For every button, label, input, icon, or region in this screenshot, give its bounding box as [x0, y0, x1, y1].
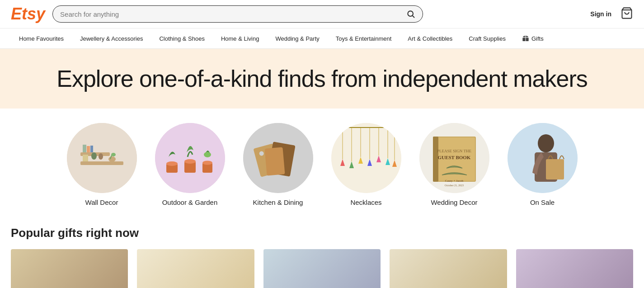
svg-point-15 — [99, 153, 103, 160]
category-wall-decor[interactable]: Wall Decor — [67, 123, 137, 206]
categories-section: Wall Decor Outdoor & Garden — [0, 109, 644, 215]
nav-item-clothing[interactable]: Clothing & Shoes — [151, 29, 212, 48]
nav-item-home-living[interactable]: Home & Living — [213, 29, 268, 48]
product-image-4: ♡ — [390, 249, 507, 288]
svg-point-20 — [166, 161, 178, 166]
category-outdoor-garden[interactable]: Outdoor & Garden — [155, 123, 225, 206]
nav-item-wedding[interactable]: Wedding & Party — [267, 29, 327, 48]
svg-point-25 — [204, 152, 211, 157]
product-image-2: ♡ — [137, 249, 254, 288]
etsy-logo[interactable]: Etsy — [11, 5, 45, 24]
svg-point-18 — [155, 123, 225, 193]
category-on-sale[interactable]: On Sale — [508, 123, 578, 206]
svg-rect-12 — [90, 146, 93, 152]
svg-rect-29 — [264, 147, 285, 175]
svg-point-56 — [538, 134, 554, 152]
product-card-4[interactable]: ♡ Personalized Name Necklace by Caitly..… — [390, 249, 507, 288]
category-circle-on-sale — [508, 123, 578, 193]
category-label-on-sale: On Sale — [530, 198, 555, 206]
nav-item-jewellery[interactable]: Jewellery & Accessories — [72, 29, 151, 48]
svg-rect-10 — [83, 145, 86, 152]
header: Etsy Sign in — [0, 0, 644, 28]
category-label-necklaces: Necklaces — [350, 198, 381, 206]
category-label-wall-decor: Wall Decor — [85, 198, 118, 206]
product-card-5[interactable]: ♡ Romantic Personalized Record - Birthd.… — [516, 249, 633, 288]
svg-point-16 — [108, 156, 116, 162]
product-card-3[interactable]: ♡ Heart Keychain Set - Made with Authe..… — [263, 249, 381, 288]
nav-item-toys[interactable]: Toys & Entertainment — [328, 29, 400, 48]
nav-item-art[interactable]: Art & Collectibles — [400, 29, 461, 48]
svg-rect-58 — [546, 159, 564, 179]
main-nav: Home Favourites Jewellery & Accessories … — [0, 28, 644, 49]
gift-icon — [522, 35, 529, 42]
nav-item-home-favourites[interactable]: Home Favourites — [11, 29, 72, 48]
category-label-wedding: Wedding Decor — [431, 198, 477, 206]
svg-text:PLEASE SIGN THE: PLEASE SIGN THE — [437, 149, 471, 153]
search-button[interactable] — [406, 9, 415, 19]
svg-text:Casey + Jacob: Casey + Jacob — [445, 179, 463, 183]
svg-point-17 — [111, 153, 116, 156]
svg-point-31 — [331, 123, 401, 193]
search-input[interactable] — [60, 10, 406, 18]
category-circle-kitchen — [243, 123, 313, 193]
svg-line-1 — [413, 16, 414, 18]
category-circle-wedding: PLEASE SIGN THE GUEST BOOK Casey + Jacob… — [419, 123, 489, 193]
svg-point-24 — [202, 161, 212, 165]
nav-item-gifts[interactable]: Gifts — [514, 28, 552, 48]
cart-icon — [620, 7, 633, 19]
category-wedding-decor[interactable]: PLEASE SIGN THE GUEST BOOK Casey + Jacob… — [419, 123, 489, 206]
popular-gifts-section: Popular gifts right now ♡ Anniversary Gi… — [0, 215, 644, 288]
category-necklaces[interactable]: Necklaces — [331, 123, 401, 206]
svg-point-22 — [184, 159, 196, 164]
category-circle-wall-decor — [67, 123, 137, 193]
product-card-2[interactable]: ♡ Vitamin Me Daily Dose of Love: Cute G.… — [137, 249, 254, 288]
svg-text:GUEST BOOK: GUEST BOOK — [437, 155, 470, 160]
sign-in-button[interactable]: Sign in — [590, 10, 611, 18]
category-label-kitchen: Kitchen & Dining — [253, 198, 303, 206]
cart-button[interactable] — [620, 7, 633, 21]
category-circle-outdoor — [155, 123, 225, 193]
hero-banner: Explore one-of-a-kind finds from indepen… — [0, 49, 644, 109]
search-icon — [406, 9, 415, 19]
products-row: ♡ Anniversary Gift for Him,Personalized … — [11, 249, 633, 288]
gifts-label: Gifts — [531, 35, 544, 42]
header-right: Sign in — [590, 7, 633, 21]
category-label-outdoor: Outdoor & Garden — [162, 198, 218, 206]
product-image-5: ♡ — [516, 249, 633, 288]
category-kitchen-dining[interactable]: Kitchen & Dining — [243, 123, 313, 206]
product-image-1: ♡ — [11, 249, 128, 288]
product-image-3: ♡ — [263, 249, 381, 288]
popular-gifts-title: Popular gifts right now — [11, 226, 633, 240]
nav-item-craft[interactable]: Craft Supplies — [461, 29, 514, 48]
category-circle-necklaces — [331, 123, 401, 193]
svg-rect-8 — [80, 161, 123, 165]
search-bar — [52, 5, 423, 23]
hero-title: Explore one-of-a-kind finds from indepen… — [11, 65, 633, 92]
svg-text:October 21, 2023: October 21, 2023 — [445, 184, 464, 187]
svg-rect-13 — [83, 155, 88, 161]
svg-rect-11 — [87, 146, 90, 152]
product-card-1[interactable]: ♡ Anniversary Gift for Him,Personalized … — [11, 249, 128, 288]
svg-point-14 — [91, 152, 97, 160]
